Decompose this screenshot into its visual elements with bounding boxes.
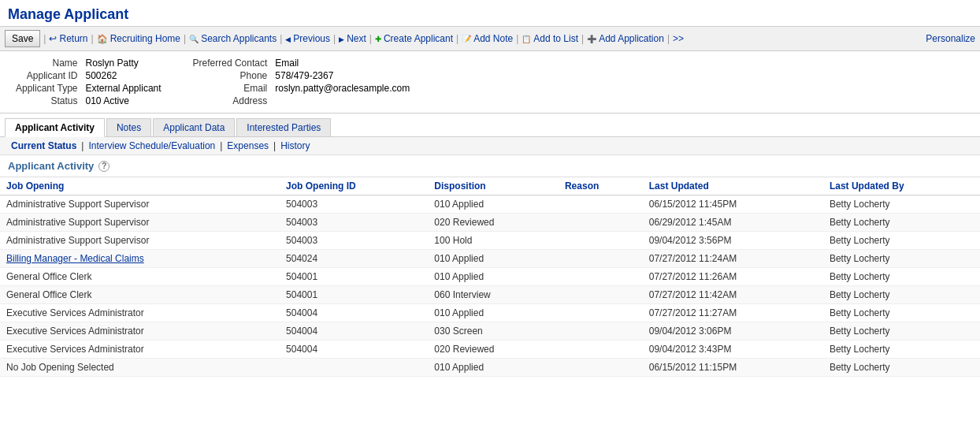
activity-table: Job OpeningJob Opening IDDispositionReas… bbox=[0, 177, 980, 377]
subtab-history[interactable]: History bbox=[276, 140, 314, 151]
toolbar-separator-1: | bbox=[42, 33, 47, 44]
cell-job_opening: Executive Services Administrator bbox=[0, 341, 280, 359]
cell-last_updated_by: Betty Locherty bbox=[823, 341, 980, 359]
cell-reason bbox=[559, 286, 643, 304]
tab-applicant-data[interactable]: Applicant Data bbox=[153, 118, 235, 136]
cell-job_opening_id: 504003 bbox=[280, 232, 428, 250]
cell-reason bbox=[559, 341, 643, 359]
table-row: Executive Services Administrator50400401… bbox=[0, 304, 980, 322]
id-label: Applicant ID bbox=[16, 70, 78, 81]
table-row: General Office Clerk504001010 Applied07/… bbox=[0, 268, 980, 286]
preferred-contact-value: Email bbox=[275, 58, 410, 69]
email-label: Email bbox=[193, 83, 268, 94]
cell-last_updated_by: Betty Locherty bbox=[823, 359, 980, 377]
cell-last_updated: 09/04/2012 3:43PM bbox=[643, 341, 823, 359]
email-value: roslyn.patty@oraclesample.com bbox=[275, 83, 410, 94]
search-applicants-link[interactable]: Search Applicants bbox=[189, 33, 277, 44]
cell-last_updated: 06/29/2012 1:45AM bbox=[643, 214, 823, 232]
recruiting-home-link[interactable]: Recruiting Home bbox=[97, 33, 180, 44]
cell-job_opening_id bbox=[280, 359, 428, 377]
return-link[interactable]: Return bbox=[49, 33, 87, 44]
cell-job_opening[interactable]: Billing Manager - Medical Claims bbox=[0, 250, 280, 268]
cell-last_updated: 07/27/2012 11:42AM bbox=[643, 286, 823, 304]
more-link[interactable]: >> bbox=[673, 33, 684, 44]
table-row: No Job Opening Selected010 Applied06/15/… bbox=[0, 359, 980, 377]
tab-applicant-activity[interactable]: Applicant Activity bbox=[5, 118, 105, 137]
cell-job_opening_id: 504003 bbox=[280, 195, 428, 214]
cell-disposition: 010 Applied bbox=[428, 250, 559, 268]
cell-last_updated_by: Betty Locherty bbox=[823, 250, 980, 268]
add-to-list-link[interactable]: Add to List bbox=[522, 33, 578, 44]
cell-job_opening: Administrative Support Supervisor bbox=[0, 195, 280, 214]
cell-last_updated: 09/04/2012 3:06PM bbox=[643, 322, 823, 341]
cell-job_opening_id: 504004 bbox=[280, 304, 428, 322]
add-application-link[interactable]: Add Application bbox=[587, 33, 664, 44]
cell-job_opening_id: 504001 bbox=[280, 268, 428, 286]
col-header-last_updated[interactable]: Last Updated bbox=[643, 177, 823, 195]
col-header-disposition[interactable]: Disposition bbox=[428, 177, 559, 195]
subtabs-container: Current Status | Interview Schedule/Eval… bbox=[0, 137, 980, 155]
add-note-link[interactable]: Add Note bbox=[462, 33, 513, 44]
section-title: Applicant Activity bbox=[8, 160, 94, 172]
next-link[interactable]: Next bbox=[339, 33, 366, 44]
toolbar-separator-6: | bbox=[368, 33, 373, 44]
cell-job_opening: Administrative Support Supervisor bbox=[0, 232, 280, 250]
cell-job_opening: Administrative Support Supervisor bbox=[0, 214, 280, 232]
cell-disposition: 010 Applied bbox=[428, 268, 559, 286]
cell-disposition: 060 Interview bbox=[428, 286, 559, 304]
cell-reason bbox=[559, 250, 643, 268]
toolbar-separator-4: | bbox=[278, 33, 284, 44]
cell-disposition: 020 Reviewed bbox=[428, 214, 559, 232]
name-label: Name bbox=[16, 58, 78, 69]
status-label: Status bbox=[16, 95, 78, 106]
cell-job_opening_id: 504003 bbox=[280, 214, 428, 232]
type-value: External Applicant bbox=[86, 83, 161, 94]
col-header-job_opening_id[interactable]: Job Opening ID bbox=[280, 177, 428, 195]
create-icon bbox=[375, 33, 381, 44]
previous-link[interactable]: Previous bbox=[285, 33, 330, 44]
cell-job_opening_id: 504024 bbox=[280, 250, 428, 268]
table-row: Executive Services Administrator50400402… bbox=[0, 341, 980, 359]
cell-last_updated: 07/27/2012 11:27AM bbox=[643, 304, 823, 322]
note-icon bbox=[462, 33, 471, 44]
help-icon[interactable]: ? bbox=[98, 161, 110, 172]
col-header-reason[interactable]: Reason bbox=[559, 177, 643, 195]
return-icon bbox=[49, 33, 57, 44]
subtab-interview-schedule/evaluation[interactable]: Interview Schedule/Evaluation bbox=[84, 140, 220, 151]
cell-job_opening_id: 504004 bbox=[280, 322, 428, 341]
tab-interested-parties[interactable]: Interested Parties bbox=[236, 118, 331, 136]
home-icon bbox=[97, 33, 108, 44]
cell-last_updated_by: Betty Locherty bbox=[823, 268, 980, 286]
cell-disposition: 020 Reviewed bbox=[428, 341, 559, 359]
personalize-link[interactable]: Personalize bbox=[926, 33, 975, 44]
cell-job_opening_id: 504004 bbox=[280, 341, 428, 359]
status-value: 010 Active bbox=[86, 95, 161, 106]
cell-reason bbox=[559, 268, 643, 286]
cell-disposition: 010 Applied bbox=[428, 359, 559, 377]
list-icon bbox=[522, 33, 531, 44]
phone-label: Phone bbox=[193, 70, 268, 81]
toolbar-separator-9: | bbox=[580, 33, 585, 44]
tab-notes[interactable]: Notes bbox=[106, 118, 151, 136]
subtab-current-status[interactable]: Current Status bbox=[6, 140, 81, 151]
toolbar-separator-10: | bbox=[666, 33, 671, 44]
col-header-last_updated_by[interactable]: Last Updated By bbox=[823, 177, 980, 195]
table-row: Billing Manager - Medical Claims50402401… bbox=[0, 250, 980, 268]
address-value bbox=[275, 95, 410, 106]
phone-value: 578/479-2367 bbox=[275, 70, 410, 81]
save-button[interactable]: Save bbox=[5, 30, 40, 47]
cell-reason bbox=[559, 359, 643, 377]
table-row: Administrative Support Supervisor5040030… bbox=[0, 195, 980, 214]
table-row: Administrative Support Supervisor5040030… bbox=[0, 214, 980, 232]
cell-reason bbox=[559, 232, 643, 250]
subtab-expenses[interactable]: Expenses bbox=[222, 140, 273, 151]
cell-last_updated_by: Betty Locherty bbox=[823, 232, 980, 250]
cell-job_opening: Executive Services Administrator bbox=[0, 322, 280, 341]
cell-job_opening: Executive Services Administrator bbox=[0, 304, 280, 322]
toolbar-separator-8: | bbox=[514, 33, 520, 44]
create-applicant-link[interactable]: Create Applicant bbox=[375, 33, 453, 44]
col-header-job_opening[interactable]: Job Opening bbox=[0, 177, 280, 195]
cell-job_opening: General Office Clerk bbox=[0, 286, 280, 304]
info-right: Preferred Contact Email Phone 578/479-23… bbox=[193, 58, 410, 106]
table-row: Executive Services Administrator50400403… bbox=[0, 322, 980, 341]
